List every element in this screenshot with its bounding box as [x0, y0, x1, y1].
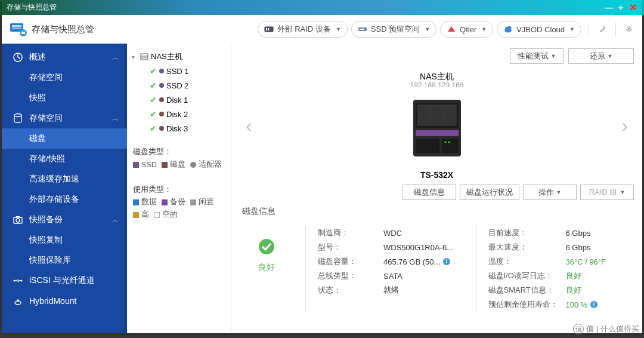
- info-row: 最大速度：6 Gbps: [488, 240, 634, 254]
- check-ok-icon: ✔: [150, 124, 157, 133]
- tree-disk-item[interactable]: ✔Disk 2: [131, 107, 227, 121]
- main-panel: 性能测试▼ 还原▼ ‹ NAS主机 192.168.123.168: [231, 44, 642, 333]
- tree-disk-item[interactable]: ✔SSD 1: [131, 64, 227, 78]
- raid-group-button[interactable]: RAID 组▼: [580, 185, 634, 200]
- hybrid-icon: [13, 296, 23, 306]
- cloud-icon: [503, 24, 513, 34]
- check-ok-icon: ✔: [150, 81, 157, 90]
- magic-wand-icon[interactable]: [596, 23, 608, 35]
- disk-type-dot: [159, 126, 164, 131]
- disk-type-dot: [159, 112, 164, 116]
- info-row: 磁盘SMART信息：良好: [488, 283, 634, 297]
- app-title: 存储与快照总管: [32, 24, 94, 35]
- svg-rect-1: [12, 25, 21, 27]
- svg-rect-28: [431, 105, 443, 125]
- svg-rect-22: [141, 54, 148, 60]
- sidebar-item[interactable]: 快照: [2, 88, 127, 108]
- sidebar-item[interactable]: 高速缓存加速: [2, 169, 127, 189]
- svg-point-19: [14, 280, 16, 282]
- info-row: 磁盘容量：465.76 GB (50...i: [318, 254, 464, 269]
- snapshot-icon: [13, 214, 23, 225]
- disk-health-button[interactable]: 磁盘运行状况: [460, 185, 519, 200]
- sidebar-item[interactable]: iSCSI 与光纤通道: [2, 271, 127, 291]
- chevron-up-icon: ︿: [112, 216, 119, 225]
- svg-rect-32: [442, 139, 459, 153]
- window-titlebar: 存储与快照总管 — + ✕: [2, 0, 642, 15]
- watermark: 值值 | 什么值得买: [573, 324, 639, 334]
- sidebar-item[interactable]: 存储空间: [2, 67, 127, 88]
- close-button[interactable]: ✕: [628, 3, 637, 13]
- check-ok-icon: ✔: [150, 95, 157, 105]
- sidebar-item[interactable]: 存储空间︿: [2, 108, 127, 128]
- chevron-up-icon: ︿: [112, 53, 119, 62]
- app-icon: [9, 21, 28, 38]
- tree-disk-item[interactable]: ✔Disk 3: [131, 121, 227, 136]
- sidebar-item[interactable]: 快照保险库: [2, 250, 127, 271]
- ssd-icon: [358, 24, 367, 34]
- gear-icon[interactable]: [623, 23, 635, 35]
- tree-disk-item[interactable]: ✔SSD 2: [131, 78, 227, 93]
- svg-rect-30: [416, 130, 459, 136]
- sidebar-item[interactable]: 快照备份︿: [2, 210, 127, 230]
- svg-rect-18: [16, 216, 20, 217]
- info-row: 温度：36°C / 96°F: [488, 254, 634, 269]
- toolbar-pill-raid[interactable]: 外部 RAID 设备▼: [258, 21, 348, 38]
- svg-point-17: [16, 219, 20, 222]
- check-ok-icon: ✔: [150, 66, 157, 76]
- device-ip: 192.168.123.168: [401, 81, 473, 87]
- svg-rect-31: [416, 139, 439, 153]
- device-carousel: ‹ NAS主机 192.168.123.168: [240, 69, 634, 182]
- app-window: 存储与快照总管 — + ✕ 存储与快照总管 外部 RAID 设备▼SSD 预留空…: [2, 0, 642, 333]
- disk-type-dot: [159, 97, 164, 102]
- next-device-arrow[interactable]: ›: [615, 109, 634, 143]
- svg-text:i: i: [593, 302, 595, 308]
- device-model: TS-532X: [401, 170, 473, 180]
- minimize-button[interactable]: —: [604, 3, 614, 13]
- window-title: 存储与快照总管: [7, 2, 57, 13]
- info-row: 磁盘I/O读写日志：良好: [488, 269, 634, 283]
- svg-point-35: [259, 239, 274, 254]
- disk-type-dot: [159, 83, 164, 88]
- svg-rect-9: [360, 29, 364, 30]
- chevron-up-icon: ︿: [112, 114, 119, 123]
- svg-point-33: [444, 141, 446, 143]
- iscsi-icon: [13, 275, 23, 286]
- svg-point-21: [17, 280, 19, 282]
- svg-rect-2: [12, 27, 21, 29]
- svg-rect-27: [418, 105, 430, 125]
- sidebar-item[interactable]: 磁盘: [2, 128, 127, 149]
- sidebar-item[interactable]: 快照复制: [2, 230, 127, 250]
- sidebar-item[interactable]: HybridMount: [2, 291, 127, 311]
- toolbar-pill-qtier[interactable]: Qtier▼: [440, 21, 493, 38]
- sidebar-item[interactable]: 概述︿: [2, 47, 127, 67]
- raid-icon: [264, 24, 274, 34]
- sidebar-item[interactable]: 外部存储设备: [2, 189, 127, 210]
- info-icon[interactable]: i: [590, 300, 598, 309]
- info-row: 制造商：WDC: [318, 226, 464, 240]
- info-icon[interactable]: i: [442, 257, 451, 266]
- tree-root-label: NAS主机: [151, 51, 182, 62]
- prev-device-arrow[interactable]: ‹: [240, 109, 258, 143]
- performance-test-button[interactable]: 性能测试▼: [510, 48, 564, 64]
- toolbar: 存储与快照总管 外部 RAID 设备▼SSD 预留空间▼Qtier▼VJBOD …: [2, 15, 642, 44]
- dashboard-icon: [13, 52, 23, 63]
- svg-point-34: [448, 141, 450, 143]
- restore-button[interactable]: 还原▼: [568, 48, 634, 64]
- svg-text:i: i: [446, 259, 448, 265]
- operate-button[interactable]: 操作▼: [523, 185, 577, 200]
- info-row: 总线类型：SATA: [318, 269, 464, 283]
- tree-root[interactable]: ▾ NAS主机: [131, 50, 227, 64]
- maximize-button[interactable]: +: [616, 3, 626, 13]
- info-row: 预估剩余使用寿命：100 %i: [488, 297, 634, 312]
- disk-info-button[interactable]: 磁盘信息: [402, 185, 456, 200]
- svg-rect-6: [266, 28, 267, 30]
- nas-device-image: [401, 91, 473, 162]
- nas-icon: [140, 53, 148, 61]
- toolbar-pill-cloud[interactable]: VJBOD Cloud▼: [497, 21, 581, 38]
- tree-disk-item[interactable]: ✔Disk 1: [131, 93, 227, 107]
- info-row: 目前速度：6 Gbps: [488, 226, 634, 240]
- check-ok-icon: ✔: [150, 109, 157, 119]
- sidebar-item[interactable]: 存储/快照: [2, 149, 127, 169]
- toolbar-pill-ssd[interactable]: SSD 预留空间▼: [351, 21, 436, 38]
- qtier-icon: [447, 24, 456, 34]
